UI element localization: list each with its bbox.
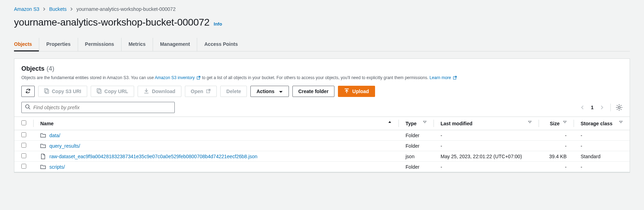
panel-title: Objects	[21, 65, 44, 72]
external-icon	[196, 76, 201, 80]
column-storage-class[interactable]: Storage class	[581, 121, 612, 126]
filter-icon[interactable]	[528, 121, 532, 123]
button-label: Create folder	[298, 89, 328, 94]
cell-size: -	[539, 162, 574, 172]
prev-page-button	[579, 104, 586, 111]
actions-button[interactable]: Actions	[250, 86, 289, 97]
folder-icon	[40, 133, 46, 138]
filter-icon[interactable]	[619, 121, 623, 123]
column-size[interactable]: Size	[550, 121, 560, 126]
breadcrumb-root[interactable]: Amazon S3	[14, 6, 39, 12]
table-row: query_results/Folder---	[14, 141, 630, 151]
next-page-button	[598, 104, 605, 111]
objects-panel: Objects (4) Objects are the fundamental …	[14, 58, 630, 173]
row-checkbox[interactable]	[21, 153, 26, 158]
tab-access-points[interactable]: Access Points	[204, 38, 238, 51]
divider	[610, 104, 611, 111]
column-type[interactable]: Type	[406, 121, 417, 126]
cell-size: -	[539, 130, 574, 141]
chevron-right-icon	[70, 7, 73, 11]
cell-type: Folder	[399, 162, 434, 172]
table-row: scripts/Folder---	[14, 162, 630, 172]
caret-down-icon	[279, 89, 283, 94]
breadcrumb-buckets[interactable]: Buckets	[49, 6, 67, 12]
tab-metrics[interactable]: Metrics	[129, 38, 146, 51]
select-all-checkbox[interactable]	[21, 120, 26, 125]
settings-button[interactable]	[616, 104, 623, 111]
button-label: Copy S3 URI	[52, 89, 81, 94]
open-button: Open	[185, 86, 217, 97]
panel-description: Objects are the fundamental entities sto…	[21, 75, 623, 81]
button-label: Actions	[256, 89, 274, 94]
copy-icon	[44, 88, 49, 95]
cell-type: Folder	[399, 141, 434, 151]
upload-button[interactable]: Upload	[338, 86, 375, 97]
button-label: Upload	[352, 89, 369, 94]
object-name-link[interactable]: scripts/	[49, 164, 65, 170]
breadcrumb-current: yourname-analytics-workshop-bucket-00007…	[76, 6, 175, 12]
search-box[interactable]	[21, 102, 175, 113]
filter-icon[interactable]	[563, 121, 567, 123]
toolbar: Copy S3 URI Copy URL Download Open Delet…	[21, 86, 623, 97]
external-icon	[206, 89, 211, 94]
cell-size: -	[539, 141, 574, 151]
upload-icon	[344, 88, 349, 95]
cell-last-modified: May 25, 2023, 22:01:22 (UTC+07:00)	[434, 151, 539, 162]
cell-last-modified: -	[434, 130, 539, 141]
create-folder-button[interactable]: Create folder	[292, 86, 334, 97]
search-icon	[25, 104, 30, 111]
breadcrumb: Amazon S3 Buckets yourname-analytics-wor…	[14, 6, 630, 12]
download-button: Download	[138, 86, 181, 97]
learn-more-link[interactable]: Learn more	[430, 75, 451, 80]
delete-button: Delete	[220, 86, 247, 97]
external-icon	[453, 76, 457, 80]
object-name-link[interactable]: query_results/	[49, 143, 80, 149]
objects-table: Name Type Last modified Size	[14, 117, 630, 172]
copy-s3-uri-button: Copy S3 URI	[38, 86, 87, 97]
desc-text: to get a list of all objects in your buc…	[202, 75, 430, 80]
cell-size: 39.4 KB	[539, 151, 574, 162]
sort-asc-icon	[388, 121, 392, 123]
refresh-button[interactable]	[21, 86, 35, 97]
button-label: Open	[191, 89, 203, 94]
chevron-right-icon	[43, 7, 46, 11]
search-input[interactable]	[33, 105, 171, 110]
cell-storage-class: Standard	[574, 151, 630, 162]
cell-type: json	[399, 151, 434, 162]
refresh-icon	[25, 88, 31, 95]
panel-count: (4)	[47, 65, 54, 72]
page-number: 1	[591, 105, 594, 110]
object-name-link[interactable]: raw-dataset_eac9f9a004281832387341e35c9e…	[49, 154, 257, 159]
row-checkbox[interactable]	[21, 164, 26, 169]
folder-icon	[40, 143, 46, 149]
cell-last-modified: -	[434, 162, 539, 172]
row-checkbox[interactable]	[21, 143, 26, 148]
folder-icon	[40, 164, 46, 170]
cell-last-modified: -	[434, 141, 539, 151]
row-checkbox[interactable]	[21, 132, 26, 137]
button-label: Copy URL	[104, 89, 128, 94]
copy-icon	[97, 88, 102, 95]
tabs: Objects Properties Permissions Metrics M…	[14, 38, 630, 51]
tab-permissions[interactable]: Permissions	[85, 38, 114, 51]
copy-url-button: Copy URL	[91, 86, 134, 97]
cell-storage-class: -	[574, 130, 630, 141]
table-row: raw-dataset_eac9f9a004281832387341e35c9e…	[14, 151, 630, 162]
info-link[interactable]: Info	[214, 21, 222, 27]
column-name[interactable]: Name	[40, 121, 54, 126]
tab-objects[interactable]: Objects	[14, 38, 32, 51]
inventory-link[interactable]: Amazon S3 inventory	[155, 75, 195, 80]
column-last-modified[interactable]: Last modified	[441, 121, 472, 126]
button-label: Delete	[226, 89, 241, 94]
cell-storage-class: -	[574, 162, 630, 172]
object-name-link[interactable]: data/	[49, 133, 60, 138]
download-icon	[144, 88, 149, 95]
desc-text: Objects are the fundamental entities sto…	[21, 75, 155, 80]
button-label: Download	[152, 89, 175, 94]
pagination: 1	[579, 104, 623, 111]
page-title: yourname-analytics-workshop-bucket-00007…	[14, 17, 209, 28]
filter-icon[interactable]	[423, 121, 427, 123]
cell-storage-class: -	[574, 141, 630, 151]
tab-properties[interactable]: Properties	[46, 38, 70, 51]
tab-management[interactable]: Management	[160, 38, 190, 51]
